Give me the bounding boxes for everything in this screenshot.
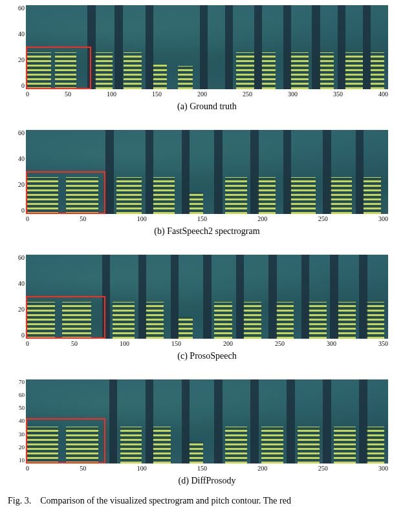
figure-caption: Fig. 3. Comparison of the visualized spe… (8, 495, 406, 507)
caption-b: (b) FastSpeech2 spectrogram (26, 226, 388, 237)
y-tick: 10 (19, 458, 25, 463)
x-tick: 300 (378, 215, 388, 222)
subplot-c: 60 40 20 0 (26, 255, 388, 361)
y-tick: 60 (18, 5, 25, 12)
y-tick: 20 (18, 182, 25, 188)
x-tick: 150 (197, 465, 207, 472)
x-tick: 350 (378, 340, 388, 347)
y-tick: 40 (18, 31, 25, 37)
y-tick: 30 (19, 432, 25, 438)
x-tick: 100 (107, 90, 116, 98)
y-axis-c: 60 40 20 0 (9, 255, 25, 339)
x-tick: 150 (197, 215, 207, 222)
x-tick: 0 (26, 465, 29, 472)
y-tick: 0 (21, 83, 25, 89)
x-tick: 150 (171, 340, 181, 347)
x-tick: 100 (137, 215, 147, 222)
highlight-box-a (26, 47, 91, 89)
y-tick: 40 (19, 418, 25, 424)
caption-a: (a) Ground truth (26, 101, 388, 112)
subplot-b: 60 40 20 0 (26, 130, 388, 237)
x-tick: 250 (318, 465, 328, 472)
figure-3: 60 40 20 0 (0, 0, 414, 507)
y-tick: 20 (19, 445, 25, 451)
y-tick: 40 (18, 156, 25, 162)
caption-d: (d) DiffProsody (26, 476, 388, 486)
x-tick: 300 (327, 340, 336, 347)
y-axis-d: 70 60 50 40 30 20 10 (9, 379, 25, 463)
subplot-a: 60 40 20 0 (26, 5, 388, 112)
y-tick: 20 (18, 306, 25, 313)
y-tick: 0 (21, 332, 25, 339)
x-tick: 200 (223, 340, 233, 347)
y-tick: 60 (19, 392, 25, 398)
x-tick: 50 (80, 465, 86, 472)
x-tick: 0 (26, 340, 29, 347)
x-tick: 400 (378, 90, 388, 98)
spectrogram-c (26, 255, 388, 339)
subplot-d: 70 60 50 40 30 20 10 (26, 379, 388, 486)
x-tick: 200 (257, 215, 267, 222)
y-axis-b: 60 40 20 0 (9, 130, 25, 214)
y-tick: 70 (19, 379, 25, 385)
x-tick: 300 (378, 465, 388, 472)
y-tick: 60 (18, 255, 25, 261)
x-tick: 0 (26, 90, 29, 98)
x-tick: 50 (71, 340, 78, 347)
highlight-box-c (26, 296, 105, 339)
spectrogram-a (26, 5, 388, 89)
y-tick: 40 (18, 281, 25, 287)
caption-c: (c) ProsoSpeech (26, 351, 388, 361)
x-axis-c: 0 50 100 150 200 250 300 350 (26, 340, 388, 347)
x-tick: 250 (243, 90, 252, 98)
x-tick: 250 (318, 215, 328, 222)
x-tick: 50 (80, 215, 86, 222)
y-axis-a: 60 40 20 0 (9, 5, 25, 89)
x-tick: 200 (257, 465, 267, 472)
y-tick: 60 (18, 130, 25, 136)
x-tick: 350 (333, 90, 343, 98)
x-tick: 250 (275, 340, 285, 347)
y-tick: 20 (18, 57, 25, 63)
highlight-box-b (26, 171, 105, 214)
y-tick: 50 (19, 405, 25, 411)
x-tick: 100 (137, 465, 147, 472)
figure-number: Fig. 3. (8, 496, 31, 505)
x-axis-b: 0 50 100 150 200 250 300 (26, 215, 388, 222)
x-tick: 50 (65, 90, 71, 98)
highlight-box-d (26, 418, 105, 463)
x-tick: 100 (120, 340, 129, 347)
x-tick: 0 (26, 215, 29, 222)
x-tick: 200 (197, 90, 207, 98)
x-axis-d: 0 50 100 150 200 250 300 (26, 465, 388, 472)
x-axis-a: 0 50 100 150 200 250 300 350 400 (26, 90, 388, 98)
x-tick: 150 (152, 90, 162, 98)
figure-caption-text: Comparison of the visualized spectrogram… (40, 496, 291, 505)
x-tick: 300 (288, 90, 298, 98)
spectrogram-b (26, 130, 388, 214)
spectrogram-d (26, 379, 388, 463)
y-tick: 0 (21, 207, 25, 214)
